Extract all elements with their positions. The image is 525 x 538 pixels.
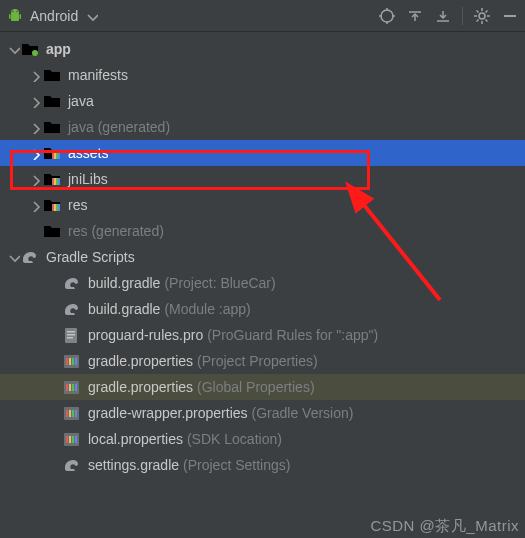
props-file-icon (62, 378, 82, 396)
tree-node-file[interactable]: build.gradle(Module :app) (0, 296, 525, 322)
folder-icon (42, 118, 62, 136)
resources-folder-icon (42, 196, 62, 214)
tree-node-file[interactable]: gradle.properties(Global Properties) (0, 374, 525, 400)
tree-node-label: gradle.properties (88, 353, 193, 369)
tree-node-label: local.properties (88, 431, 183, 447)
tree-node-file[interactable]: build.gradle(Project: BlueCar) (0, 270, 525, 296)
tree-node-app[interactable]: app (0, 36, 525, 62)
tree-node-file[interactable]: gradle-wrapper.properties(Gradle Version… (0, 400, 525, 426)
tree-node-label: app (46, 41, 71, 57)
tree-node-hint: (Module :app) (164, 301, 250, 317)
chevron-down-icon[interactable] (6, 42, 20, 56)
tree-node-label: Gradle Scripts (46, 249, 135, 265)
tree-node-hint: (generated) (91, 223, 163, 239)
tree-node-hint: (Project: BlueCar) (164, 275, 275, 291)
tree-node-manifests[interactable]: manifests (0, 62, 525, 88)
tree-node-label: res (68, 197, 87, 213)
view-mode-label[interactable]: Android (30, 8, 78, 24)
props-file-icon (62, 352, 82, 370)
props-file-icon (62, 404, 82, 422)
folder-icon (42, 92, 62, 110)
watermark: CSDN @茶凡_Matrix (370, 517, 519, 536)
tree-node-label: res (68, 223, 87, 239)
resources-folder-icon (42, 170, 62, 188)
text-file-icon (62, 326, 82, 344)
gradle-icon (20, 248, 40, 266)
project-tree: app manifests java java (generated) asse… (0, 32, 525, 478)
module-folder-icon (20, 40, 40, 58)
tree-node-file[interactable]: proguard-rules.pro(ProGuard Rules for ":… (0, 322, 525, 348)
tree-node-hint: (generated) (98, 119, 170, 135)
resources-folder-icon (42, 144, 62, 162)
view-mode-dropdown-icon[interactable] (84, 9, 98, 23)
tree-node-hint: (ProGuard Rules for ":app") (207, 327, 378, 343)
tree-node-file[interactable]: gradle.properties(Project Properties) (0, 348, 525, 374)
tree-node-label: proguard-rules.pro (88, 327, 203, 343)
tree-node-hint: (Project Settings) (183, 457, 290, 473)
tree-node-hint: (Gradle Version) (252, 405, 354, 421)
gear-icon[interactable] (473, 7, 491, 25)
tree-node-res-generated[interactable]: res (generated) (0, 218, 525, 244)
chevron-right-icon[interactable] (28, 172, 42, 186)
chevron-right-icon[interactable] (28, 146, 42, 160)
tree-node-hint: (SDK Location) (187, 431, 282, 447)
tree-node-java[interactable]: java (0, 88, 525, 114)
tree-node-label: jniLibs (68, 171, 108, 187)
tree-node-jnilibs[interactable]: jniLibs (0, 166, 525, 192)
minimize-icon[interactable] (501, 7, 519, 25)
chevron-right-icon[interactable] (28, 198, 42, 212)
tree-node-label: settings.gradle (88, 457, 179, 473)
folder-icon (42, 66, 62, 84)
tree-node-label: gradle-wrapper.properties (88, 405, 248, 421)
tree-node-label: java (68, 119, 94, 135)
tree-node-file[interactable]: local.properties(SDK Location) (0, 426, 525, 452)
tree-node-assets[interactable]: assets (0, 140, 525, 166)
tree-node-label: gradle.properties (88, 379, 193, 395)
tree-node-file[interactable]: settings.gradle(Project Settings) (0, 452, 525, 478)
expand-all-icon[interactable] (406, 7, 424, 25)
chevron-right-icon[interactable] (28, 120, 42, 134)
tree-node-java-generated[interactable]: java (generated) (0, 114, 525, 140)
select-opened-file-icon[interactable] (378, 7, 396, 25)
gradle-file-icon (62, 300, 82, 318)
tree-node-label: manifests (68, 67, 128, 83)
chevron-down-icon[interactable] (6, 250, 20, 264)
tree-node-hint: (Project Properties) (197, 353, 318, 369)
tree-node-label: assets (68, 145, 108, 161)
tree-node-gradle-scripts[interactable]: Gradle Scripts (0, 244, 525, 270)
chevron-right-icon[interactable] (28, 94, 42, 108)
tree-node-hint: (Global Properties) (197, 379, 315, 395)
tree-node-label: build.gradle (88, 275, 160, 291)
project-tool-header: Android (0, 0, 525, 32)
props-file-icon (62, 430, 82, 448)
tree-node-label: build.gradle (88, 301, 160, 317)
folder-icon (42, 222, 62, 240)
gradle-file-icon (62, 274, 82, 292)
collapse-all-icon[interactable] (434, 7, 452, 25)
gradle-file-icon (62, 456, 82, 474)
tree-node-res[interactable]: res (0, 192, 525, 218)
chevron-right-icon[interactable] (28, 68, 42, 82)
tree-node-label: java (68, 93, 94, 109)
separator (462, 7, 463, 25)
android-icon (6, 7, 24, 25)
